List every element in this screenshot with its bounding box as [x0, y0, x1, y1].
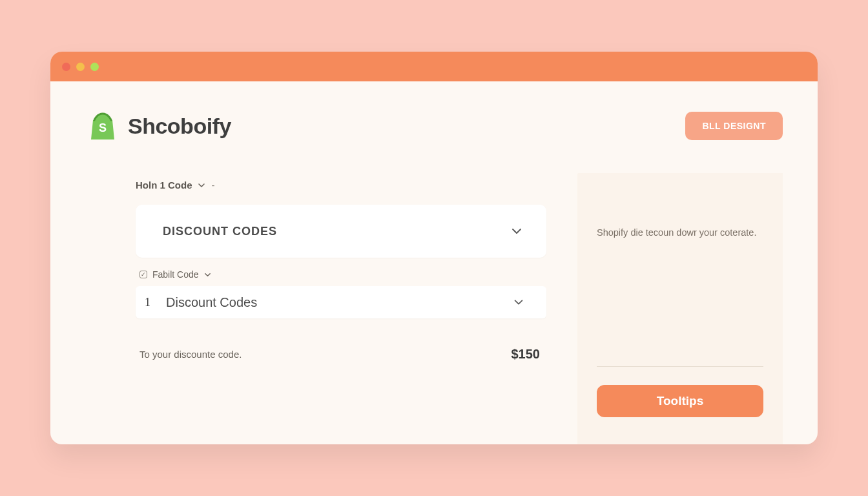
card-title: DISCOUNT CODES	[163, 225, 277, 238]
footer-line: To your discounte code. $150	[136, 347, 546, 362]
brand: S Shcoboify	[89, 111, 231, 141]
chevron-down-icon	[510, 225, 523, 238]
content-area: S Shcoboify BLL DESIGNT Holn 1 Code - DI…	[50, 81, 818, 444]
app-window: S Shcoboify BLL DESIGNT Holn 1 Code - DI…	[50, 52, 818, 444]
header: S Shcoboify BLL DESIGNT	[89, 81, 783, 141]
side-description: Shopify die tecoun dowr your coterate.	[597, 226, 763, 240]
row-title: Discount Codes	[166, 295, 257, 310]
window-minimize-dot[interactable]	[76, 63, 85, 71]
hint-text: To your discounte code.	[140, 349, 242, 360]
main-column: Holn 1 Code - DISCOUNT CODES ✓ Fabilt Co…	[89, 180, 553, 444]
chevron-down-icon	[513, 296, 524, 308]
sub-field-label[interactable]: ✓ Fabilt Code	[140, 269, 546, 280]
svg-text:S: S	[99, 121, 107, 134]
discount-codes-row[interactable]: 1 Discount Codes	[136, 286, 546, 318]
tooltips-button[interactable]: Tooltips	[597, 385, 763, 417]
window-zoom-dot[interactable]	[90, 63, 99, 71]
discount-codes-card[interactable]: DISCOUNT CODES	[136, 205, 546, 258]
field-label-trail: -	[212, 180, 215, 191]
chevron-down-icon	[198, 181, 205, 189]
chevron-down-icon	[204, 271, 211, 278]
shopping-bag-icon: S	[89, 111, 116, 141]
field-label[interactable]: Holn 1 Code -	[136, 180, 546, 191]
body: Holn 1 Code - DISCOUNT CODES ✓ Fabilt Co…	[89, 180, 783, 444]
divider	[597, 366, 763, 367]
header-cta-button[interactable]: BLL DESIGNT	[685, 112, 783, 140]
window-close-dot[interactable]	[62, 63, 70, 71]
brand-name: Shcoboify	[128, 114, 231, 139]
window-titlebar	[50, 52, 818, 81]
row-left: 1 Discount Codes	[145, 295, 257, 310]
row-index: 1	[145, 296, 150, 309]
field-label-text: Holn 1 Code	[136, 180, 192, 191]
sub-field-text: Fabilt Code	[152, 269, 199, 280]
side-panel: Shopify die tecoun dowr your coterate. T…	[577, 173, 783, 444]
checkbox-icon[interactable]: ✓	[140, 271, 147, 278]
price-value: $150	[512, 347, 541, 362]
